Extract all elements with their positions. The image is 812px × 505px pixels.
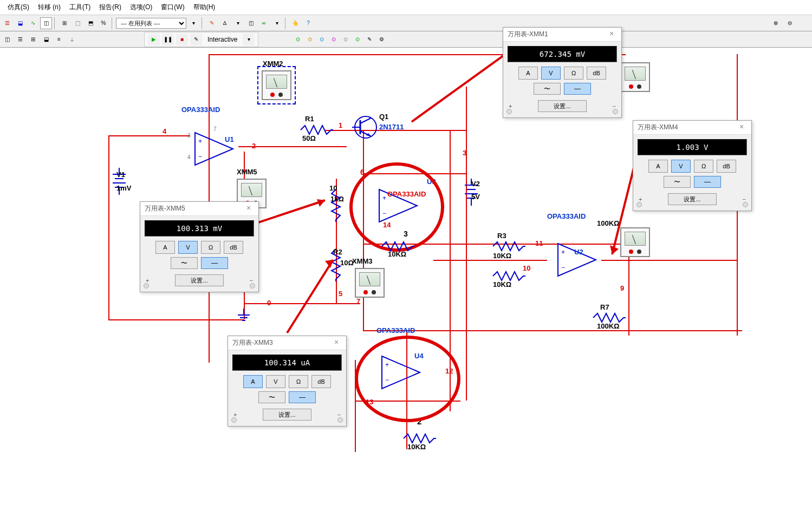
mm-ac[interactable]: 〜 (258, 391, 285, 403)
instrument-xmm2[interactable] (262, 70, 291, 100)
probe-icon[interactable]: ⊙ (292, 34, 304, 45)
tb-icon[interactable]: % (98, 17, 109, 29)
menu-opt[interactable]: 选项(O) (127, 2, 155, 13)
mm-settings[interactable]: 设置... (175, 274, 224, 286)
resistor-r1[interactable] (301, 124, 333, 135)
menu-report[interactable]: 报告(R) (96, 2, 125, 13)
tb-icon[interactable]: 👆 (289, 17, 301, 29)
resistor-10k-lower[interactable] (493, 271, 525, 281)
tb-dropdown-icon[interactable]: ▾ (187, 17, 199, 29)
zoom-in-icon[interactable]: ⊕ (770, 17, 782, 29)
tb-icon[interactable]: ▾ (271, 17, 283, 29)
tb-icon[interactable]: ✎ (206, 17, 218, 29)
multimeter-xmm4[interactable]: 万用表-XMM4× 1.003 V A V Ω dB 〜 — +设置...− (633, 120, 752, 211)
tb-icon[interactable]: ≡ (53, 34, 65, 45)
toolbar-1: ☰ ⬓ ∿ ◫ ⊞ ⬚ ⬒ % --- 在用列表 --- ▾ ✎ ∆ ▾ ◫ ∞… (0, 15, 812, 31)
tb-icon[interactable]: ⬒ (85, 17, 96, 29)
resistor-r3[interactable] (493, 241, 525, 252)
probe-icon[interactable]: ⊙ (316, 34, 328, 45)
mm-dc[interactable]: — (564, 83, 591, 95)
menu-win[interactable]: 窗口(W) (158, 2, 187, 13)
mm-settings[interactable]: 设置... (538, 100, 587, 112)
mm-ac[interactable]: 〜 (664, 176, 691, 188)
play-icon[interactable]: ▶ (148, 34, 160, 45)
tb-icon[interactable]: ⟂ (66, 34, 78, 45)
mm-mode-db[interactable]: dB (311, 375, 331, 388)
help-icon[interactable]: ? (302, 17, 314, 29)
mm-ac[interactable]: 〜 (171, 257, 198, 269)
tb-icon[interactable]: ◫ (40, 17, 52, 29)
tb-dropdown-icon[interactable]: ▾ (243, 34, 255, 45)
resistor-bottom[interactable] (404, 433, 436, 444)
node-7: 7 (356, 297, 360, 305)
mm-mode-v[interactable]: V (541, 67, 561, 80)
mm-mode-a[interactable]: A (518, 67, 538, 80)
mm-mode-a[interactable]: A (648, 160, 668, 173)
opamp-u1[interactable]: + − (190, 127, 244, 170)
mm-ac[interactable]: 〜 (534, 83, 561, 95)
tb-icon[interactable]: ∿ (27, 17, 39, 29)
ground-symbol[interactable] (236, 309, 252, 325)
mm-mode-v[interactable]: V (266, 375, 285, 388)
close-icon[interactable]: × (331, 338, 342, 349)
menu-sim[interactable]: 仿真(S) (4, 2, 33, 13)
pause-icon[interactable]: ❚❚ (162, 34, 174, 45)
instrument-right-2[interactable] (620, 227, 650, 257)
mm-mode-ohm[interactable]: Ω (564, 67, 583, 80)
tb-icon[interactable]: ⊞ (59, 17, 70, 29)
probe-icon[interactable]: ✎ (363, 34, 375, 45)
probe-icon[interactable]: ⊙ (340, 34, 352, 45)
tb-icon[interactable]: ∞ (258, 17, 270, 29)
multimeter-xmm1[interactable]: 万用表-XMM1× 672.345 mV A V Ω dB 〜 — +设置...… (503, 27, 622, 118)
r3-val: 10KΩ (493, 252, 511, 260)
opamp-u2[interactable]: + − (553, 238, 607, 281)
close-icon[interactable]: × (606, 29, 617, 40)
tb-icon[interactable]: ◫ (1, 34, 13, 45)
tb-icon[interactable]: ☰ (14, 34, 26, 45)
interactive-icon[interactable]: ✎ (190, 34, 202, 45)
menu-help[interactable]: 帮助(H) (190, 2, 219, 13)
mm-mode-v[interactable]: V (671, 160, 691, 173)
mm-dc[interactable]: — (289, 391, 316, 403)
tb-icon[interactable]: ⬓ (40, 34, 52, 45)
inuse-dropdown[interactable]: --- 在用列表 --- (116, 18, 186, 29)
probe-icon[interactable]: ⊙ (328, 34, 340, 45)
resistor-1k[interactable] (330, 189, 341, 222)
mm-mode-a[interactable]: A (155, 241, 175, 254)
mm-mode-db[interactable]: dB (224, 241, 243, 254)
tb-icon[interactable]: ⬓ (14, 17, 26, 29)
tb-icon[interactable]: ☰ (1, 17, 13, 29)
mm-dc[interactable]: — (694, 176, 721, 188)
menu-tool[interactable]: 工具(T) (66, 2, 94, 13)
mm-settings[interactable]: 设置... (263, 409, 311, 421)
zoom-out-icon[interactable]: ⊖ (784, 17, 796, 29)
mm-mode-a[interactable]: A (243, 375, 263, 388)
mm-mode-ohm[interactable]: Ω (289, 375, 308, 388)
instrument-xmm3[interactable] (355, 268, 385, 298)
mm-settings[interactable]: 设置... (668, 193, 717, 205)
resistor-r7[interactable] (593, 312, 626, 323)
tb-icon[interactable]: ∆ (219, 17, 231, 29)
mm-mode-v[interactable]: V (178, 241, 198, 254)
mm-mode-db[interactable]: dB (717, 160, 736, 173)
mm-dc[interactable]: — (201, 257, 228, 269)
transistor-q1[interactable] (352, 114, 379, 141)
toolbar-2: ◫ ☰ ⊞ ⬓ ≡ ⟂ ▶ ❚❚ ■ ✎ Interactive ▾ ⊙ ⊙ ⊙… (0, 31, 812, 48)
probe-icon[interactable]: ⊙ (304, 34, 316, 45)
mm-mode-ohm[interactable]: Ω (694, 160, 713, 173)
tb-icon[interactable]: ⊞ (27, 34, 39, 45)
probe-icon[interactable]: ⊙ (352, 34, 363, 45)
multimeter-xmm3[interactable]: 万用表-XMM3× 100.314 uA A V Ω dB 〜 — +设置...… (228, 336, 347, 427)
menu-trans[interactable]: 转移 (n) (35, 2, 64, 13)
gear-icon[interactable]: ⚙ (375, 34, 387, 45)
mm-mode-ohm[interactable]: Ω (201, 241, 220, 254)
tb-icon[interactable]: ▾ (232, 17, 244, 29)
multimeter-xmm5[interactable]: 万用表-XMM5× 100.313 mV A V Ω dB 〜 — +设置...… (140, 201, 259, 292)
close-icon[interactable]: × (243, 204, 254, 214)
stop-icon[interactable]: ■ (176, 34, 188, 45)
instrument-top-right-1[interactable] (620, 62, 650, 92)
tb-icon[interactable]: ⬚ (72, 17, 83, 29)
close-icon[interactable]: × (736, 122, 747, 133)
mm-mode-db[interactable]: dB (587, 67, 606, 80)
tb-icon[interactable]: ◫ (245, 17, 257, 29)
